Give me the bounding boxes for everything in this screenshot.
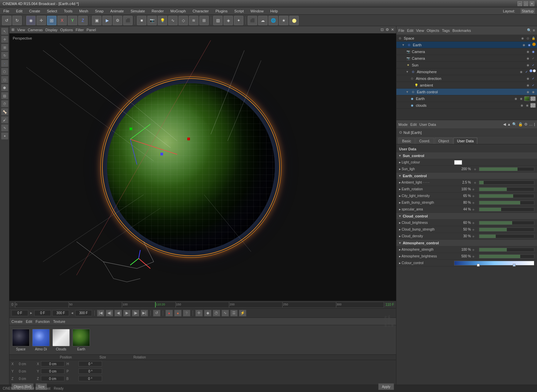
props-menu-userdata[interactable]: User Data (420, 122, 436, 127)
menu-mesh[interactable]: Mesh (78, 8, 90, 14)
morph-button[interactable]: ⚡ (239, 310, 246, 316)
tool-edges[interactable]: ⬡ (1, 68, 8, 75)
flag-cl-vis[interactable]: ◉ (520, 103, 524, 108)
tab-userdata[interactable]: User Data (453, 138, 478, 144)
obj-item-earth-root[interactable]: ▼ ⊙ Earth ◉ ◉ (396, 42, 537, 48)
menu-script[interactable]: Script (233, 8, 245, 14)
tool-points[interactable]: · (1, 60, 8, 67)
live-selection-button[interactable]: ◉ (26, 16, 36, 25)
slider-earth-bump[interactable] (479, 201, 534, 205)
go-start-button[interactable]: |◀ (97, 310, 104, 316)
play-button[interactable]: ▶ (123, 310, 131, 316)
obj-menu-tags[interactable]: Tags (442, 29, 450, 33)
rotate-y-button[interactable]: Y (68, 16, 77, 25)
apply-button[interactable]: Apply (378, 383, 394, 390)
special-button[interactable]: ★ (279, 16, 288, 25)
obj-item-space[interactable]: ⊙ Space ◉ ◎ 🔒 (396, 35, 537, 42)
material-item-atmo[interactable]: Atmo Di (32, 329, 50, 351)
obj-item-camera-1[interactable]: 📷 Camera ◉ ◉ (396, 48, 537, 55)
menu-tools[interactable]: Tools (62, 8, 74, 14)
cube-button[interactable]: ■ (137, 16, 146, 25)
flag-cam2-vis[interactable]: ◉ (526, 56, 530, 61)
specular-drag[interactable]: ◈ (472, 207, 478, 212)
menu-edit[interactable]: Edit (15, 8, 24, 14)
cdensity-drag[interactable]: ◈ (472, 234, 478, 239)
rot-p-input[interactable] (79, 369, 102, 374)
viewport-menu-display[interactable]: Display (45, 28, 57, 32)
slider-specular[interactable] (479, 207, 534, 211)
bump-drag[interactable]: ◈ (472, 200, 478, 205)
layout-value[interactable]: Startup (521, 8, 535, 14)
go-end-button[interactable]: ▶| (141, 310, 148, 316)
tool-particles[interactable]: ✦ (1, 132, 8, 140)
loop-button[interactable]: ↺ (153, 310, 160, 316)
props-search-icon[interactable]: 🔍 (512, 122, 517, 127)
colour-control-gradient[interactable] (454, 261, 534, 265)
menu-help[interactable]: Help (269, 8, 279, 14)
menu-render[interactable]: Render (150, 8, 165, 14)
obj-menu-file[interactable]: File (398, 29, 404, 33)
flag-cl-ck[interactable]: ◉ (525, 103, 530, 108)
props-lock-icon[interactable]: 🔒 (518, 122, 523, 127)
menu-snap[interactable]: Snap (94, 8, 105, 14)
viewport-menu-panel[interactable]: Panel (87, 28, 96, 32)
viewport-config[interactable]: ⚙ (386, 28, 389, 32)
cloud-control-header[interactable]: ▼ Cloud_control (396, 213, 537, 219)
obj-item-clouds[interactable]: ◉ clouds ◉ ◉ (396, 102, 537, 109)
flag-earth-vis-1[interactable]: ◉ (522, 43, 526, 47)
camera-button[interactable]: 📷 (147, 16, 157, 25)
gradient-stop-1[interactable] (477, 264, 480, 266)
layer-button[interactable]: ☰ (230, 310, 238, 316)
obj-menu-bookmarks[interactable]: Bookmarks (452, 29, 471, 33)
flag-amb-vis[interactable]: ◉ (526, 83, 530, 88)
flag-eg-vis[interactable]: ◉ (514, 96, 518, 101)
minimize-button[interactable]: ─ (518, 1, 522, 6)
viewport-menu-options[interactable]: Options (60, 28, 73, 32)
obj-menu-edit[interactable]: Edit (407, 29, 413, 33)
tool-rotate[interactable]: ↻ (1, 52, 8, 59)
move-button[interactable]: ✛ (37, 16, 46, 25)
undo-button[interactable]: ↺ (2, 16, 11, 25)
tool-pointer[interactable]: ↖ (1, 28, 8, 35)
timeline-button[interactable]: ⏱ (213, 310, 220, 316)
tab-object[interactable]: Object (435, 138, 453, 144)
material-item-earth[interactable]: Earth (72, 329, 90, 351)
env-button[interactable]: 🌐 (268, 16, 278, 25)
flag-atm-ck[interactable]: ✓ (524, 69, 529, 74)
viewport-maximize[interactable]: ⊡ (381, 28, 384, 32)
viewport-menu-view[interactable]: View (17, 28, 25, 32)
poly-button[interactable]: ◇ (179, 16, 188, 25)
obj-menu-view[interactable]: View (416, 29, 424, 33)
flag-earth-vis-2[interactable]: ◉ (527, 43, 532, 47)
tool-texture[interactable]: ▨ (1, 92, 8, 99)
light-colour-swatch[interactable] (454, 160, 462, 165)
record-button[interactable]: ● (165, 310, 173, 316)
keyframe-button[interactable]: ◆ (204, 310, 211, 316)
redo-button[interactable]: ↻ (12, 16, 22, 25)
material-item-space[interactable]: Space (12, 329, 30, 351)
close-button[interactable]: ✕ (530, 1, 534, 6)
city-drag[interactable]: ◈ (472, 194, 478, 198)
flag-ad-vis[interactable]: ◉ (526, 76, 530, 81)
size-z-input[interactable] (41, 376, 64, 381)
end-frame-input-2[interactable] (75, 310, 92, 316)
size-x-input[interactable] (41, 361, 64, 366)
floor-button[interactable]: ⬛ (248, 16, 257, 25)
motion-button[interactable]: ? (183, 310, 190, 316)
obj-menu-objects[interactable]: Objects (427, 29, 439, 33)
slider-earth-rotation[interactable] (479, 187, 534, 191)
spline-button[interactable]: ∿ (168, 16, 178, 25)
render-region-button[interactable]: ▣ (92, 16, 101, 25)
rotation-drag[interactable]: ◈ (472, 187, 478, 192)
props-forward-icon[interactable]: ▲ (507, 122, 511, 127)
material-button[interactable]: ◈ (224, 16, 233, 25)
current-frame-input[interactable] (11, 310, 28, 316)
props-more-icon[interactable]: … (529, 122, 533, 127)
sky-button[interactable]: ☁ (258, 16, 267, 25)
obj-item-earth-control[interactable]: ▼ ⊙ Earth control ◉ ◉ (396, 89, 537, 95)
play-reverse-button[interactable]: ◀ (114, 310, 122, 316)
props-menu-edit[interactable]: Edit (410, 122, 417, 127)
viewport-menu-cameras[interactable]: Cameras (28, 28, 43, 32)
rotate-z-button[interactable]: Z (78, 16, 88, 25)
scale-button[interactable]: ⊞ (47, 16, 56, 25)
